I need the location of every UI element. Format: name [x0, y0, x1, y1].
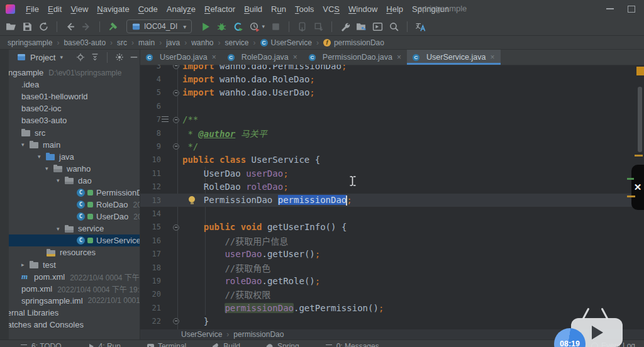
maximize-button[interactable]: [628, 6, 635, 13]
forward-icon[interactable]: [81, 21, 92, 32]
menu-item[interactable]: File: [21, 4, 43, 14]
code-line[interactable]: 22 }: [140, 314, 644, 328]
tool-window-button[interactable]: Terminal: [147, 342, 186, 347]
tree-item[interactable]: pom.xml 2022/10/4 0004 下午 19:2: [9, 283, 140, 295]
code-line[interactable]: 12 RoleDao roleDao;: [140, 180, 644, 194]
fold-marker-icon[interactable]: [173, 117, 179, 123]
tree-item[interactable]: resources: [9, 246, 140, 258]
code-line[interactable]: 8 * @author 马关平: [140, 126, 644, 140]
fold-marker-icon[interactable]: [173, 143, 179, 150]
floating-close-button[interactable]: ✕: [631, 165, 644, 210]
tree-item[interactable]: .idea: [9, 79, 140, 91]
settings-wrench-icon[interactable]: [340, 21, 350, 32]
tree-item[interactable]: Scratches and Consoles: [9, 319, 140, 331]
open-icon[interactable]: [6, 21, 16, 32]
editor-tab[interactable]: UserDao.java: [140, 50, 222, 65]
tree-item[interactable]: ▾ service: [9, 223, 140, 234]
tree-item[interactable]: base03-auto: [9, 114, 140, 126]
code-line[interactable]: 21 permissionDao.getPermission();: [140, 301, 644, 314]
tree-item[interactable]: ▾ dao: [9, 175, 140, 187]
code-line[interactable]: 19 roleDao.getRole();: [140, 274, 644, 287]
tree-expand-arrow[interactable]: ▾: [57, 177, 65, 184]
build-hammer-icon[interactable]: [108, 21, 118, 32]
fold-marker-icon[interactable]: [173, 318, 179, 324]
breadcrumb-item[interactable]: src: [106, 38, 127, 47]
tree-item[interactable]: ▾ main: [9, 139, 140, 151]
menu-item[interactable]: Edit: [43, 4, 66, 14]
menu-item[interactable]: Build: [240, 4, 267, 14]
tree-item[interactable]: springsample D:\ev01\springsample: [9, 67, 140, 79]
minimize-button[interactable]: [606, 8, 614, 9]
profiler-icon[interactable]: [249, 21, 260, 32]
editor-tab[interactable]: RoleDao.java: [222, 50, 303, 65]
search-everywhere-icon[interactable]: [389, 21, 399, 32]
editor-breadcrumb-item[interactable]: permissionDao: [222, 330, 284, 339]
breadcrumb-item[interactable]: springsample: [8, 38, 52, 47]
tree-item[interactable]: ▾ wanho: [9, 163, 140, 175]
error-stripe-mark[interactable]: [636, 67, 644, 75]
breadcrumb-item[interactable]: main: [127, 38, 155, 47]
editor-scrollbar[interactable]: [638, 87, 642, 152]
locate-file-icon[interactable]: [76, 53, 85, 62]
tree-item[interactable]: springsample.iml 2022/10/1 0001: [9, 295, 140, 307]
hide-panel-icon[interactable]: [130, 53, 138, 62]
tree-expand-arrow[interactable]: ▾: [21, 141, 30, 148]
tab-close-icon[interactable]: [212, 53, 216, 62]
breadcrumb-item[interactable]: java: [155, 38, 180, 47]
code-line[interactable]: 20 //获取权限: [140, 288, 644, 301]
tool-window-button[interactable]: 4: Run: [88, 342, 121, 347]
fold-marker-icon[interactable]: [173, 65, 179, 69]
code-line[interactable]: 17 userDao.getUser();: [140, 247, 644, 260]
tree-item[interactable]: ▾ java: [9, 151, 140, 163]
breadcrumb-item[interactable]: wanho: [180, 38, 213, 47]
code-line[interactable]: 13 PermissionDao permissionDao;: [140, 194, 644, 207]
code-line[interactable]: 15 public void getUserInfo() {: [140, 221, 644, 234]
tree-item[interactable]: RoleDao 2022/: [9, 199, 140, 211]
fold-marker-icon[interactable]: [173, 90, 179, 96]
tree-expand-arrow[interactable]: ▾: [38, 153, 46, 160]
tree-item[interactable]: src: [9, 126, 140, 138]
tree-expand-arrow[interactable]: ▸: [21, 262, 30, 268]
code-line[interactable]: 14: [140, 207, 644, 220]
profiler-dropdown-icon[interactable]: ▾: [262, 23, 265, 30]
run-icon[interactable]: [200, 21, 211, 32]
tree-expand-arrow[interactable]: ▾: [57, 226, 65, 232]
breadcrumb-item[interactable]: base03-auto: [52, 38, 106, 47]
code-line[interactable]: 5 import wanho.dao.UserDao;: [140, 86, 644, 99]
breadcrumb-item[interactable]: UserService: [249, 38, 312, 47]
tree-item[interactable]: base02-ioc: [9, 102, 140, 114]
editor-breadcrumb-item[interactable]: UserService: [181, 330, 222, 339]
run-with-coverage-icon[interactable]: [233, 21, 243, 32]
tab-close-icon[interactable]: [397, 53, 401, 62]
intention-bulb-icon[interactable]: [189, 196, 195, 202]
error-stripe-tick[interactable]: [627, 178, 634, 180]
error-stripe-tick[interactable]: [627, 196, 635, 197]
project-panel-title[interactable]: Project: [30, 53, 55, 62]
code-line[interactable]: 3 import wanho.dao.PermissionDao;: [140, 65, 644, 72]
code-line[interactable]: 6: [140, 99, 644, 113]
gear-icon[interactable]: [115, 53, 124, 62]
tree-item[interactable]: ▸ test: [9, 259, 140, 271]
menu-item[interactable]: VCS: [318, 4, 344, 14]
tree-item[interactable]: UserService 2: [9, 234, 140, 246]
menu-item[interactable]: Refactor: [200, 4, 240, 14]
tree-item[interactable]: base01-helloworld: [9, 91, 140, 102]
code-line[interactable]: 4 import wanho.dao.RoleDao;: [140, 72, 644, 85]
code-line[interactable]: 11 UserDao userDao;: [140, 167, 644, 180]
tool-window-button[interactable]: Spring: [267, 342, 299, 347]
code-editor[interactable]: 3 import wanho.dao.PermissionDao; 4: [140, 65, 644, 329]
run-anything-icon[interactable]: [372, 21, 383, 32]
tree-item[interactable]: PermissionDao: [9, 187, 140, 199]
fold-marker-icon[interactable]: [173, 224, 179, 231]
breadcrumb-item[interactable]: service: [214, 38, 249, 47]
tool-window-button[interactable]: 0: Messages: [326, 342, 379, 347]
code-line[interactable]: 16 //获取用户信息: [140, 234, 644, 247]
tree-item[interactable]: UserDao 2022/: [9, 211, 140, 223]
breadcrumb-item[interactable]: permissionDao: [312, 38, 384, 47]
editor-tab[interactable]: PermissionDao.java: [303, 50, 407, 65]
tree-expand-arrow[interactable]: ▾: [45, 165, 53, 172]
tree-item[interactable]: pom.xml 2022/10/4 0004 下午 19: [9, 271, 140, 283]
menu-item[interactable]: Navigate: [92, 4, 133, 14]
translate-icon[interactable]: [415, 21, 426, 32]
tree-item[interactable]: External Libraries: [9, 307, 140, 319]
